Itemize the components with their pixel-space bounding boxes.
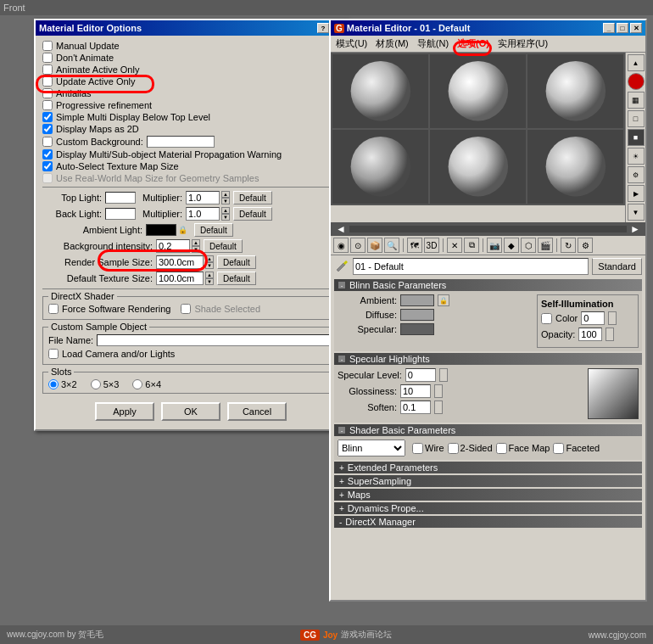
manual-update-checkbox[interactable] <box>42 41 53 51</box>
tool-get-material[interactable]: ◉ <box>333 238 349 253</box>
display-multi-checkbox[interactable] <box>42 149 53 160</box>
slots-3x2-radio[interactable] <box>48 379 59 389</box>
menu-utils[interactable]: 实用程序(U) <box>494 36 551 51</box>
menu-mode[interactable]: 模式(U) <box>332 36 371 51</box>
apply-btn[interactable]: Apply <box>95 402 154 421</box>
tool-options[interactable]: ⚙ <box>578 238 593 253</box>
dialog-options-help-btn[interactable]: ? <box>317 23 329 33</box>
tool-put-to-lib[interactable]: 📦 <box>367 238 382 253</box>
antialias-checkbox[interactable] <box>42 88 53 98</box>
mat-sphere-6[interactable] <box>527 130 623 204</box>
supersampling-header[interactable]: + SuperSampling <box>334 475 642 487</box>
top-light-default-btn[interactable]: Default <box>233 191 272 204</box>
specular-swatch[interactable] <box>400 323 434 335</box>
mat-dropper-icon[interactable] <box>334 259 349 274</box>
render-sample-spin-up[interactable]: ▲ <box>205 255 214 262</box>
render-sample-default-btn[interactable]: Default <box>217 255 256 269</box>
slots-5x3-radio[interactable] <box>91 379 101 389</box>
custom-bg-checkbox[interactable] <box>42 137 53 147</box>
tool-pick-material[interactable]: 🔍 <box>384 238 399 253</box>
si-color-input[interactable] <box>581 311 605 325</box>
menu-options[interactable]: 选项(O) <box>454 36 493 51</box>
face-map-checkbox[interactable] <box>496 443 507 454</box>
force-software-checkbox[interactable] <box>48 304 59 314</box>
default-texture-spin-down[interactable]: ▼ <box>205 278 214 285</box>
tool-show-3d[interactable]: 3D <box>424 238 439 253</box>
back-light-multiplier-input[interactable] <box>186 207 220 221</box>
mat-editor-minimize-btn[interactable]: _ <box>603 23 615 33</box>
render-sample-input[interactable] <box>156 255 204 269</box>
mat-editor-maximize-btn[interactable]: □ <box>617 23 628 33</box>
tool-instance[interactable]: ⬡ <box>521 238 536 253</box>
shader-collapse-btn[interactable]: - <box>338 426 346 434</box>
bg-intensity-spin-down[interactable]: ▼ <box>192 246 200 253</box>
file-name-input[interactable] <box>97 334 333 346</box>
mat-sphere-2[interactable] <box>430 54 526 128</box>
update-active-checkbox[interactable] <box>42 76 53 87</box>
mat-sphere-4[interactable] <box>332 130 428 204</box>
menu-material[interactable]: 材质(M) <box>372 36 412 51</box>
tool-show-map[interactable]: 🗺 <box>407 238 422 253</box>
mat-name-input[interactable] <box>353 258 589 275</box>
mat-nav-left[interactable]: ◄ <box>332 223 349 235</box>
specular-collapse-btn[interactable]: - <box>338 355 346 363</box>
back-light-color[interactable] <box>105 208 136 220</box>
progressive-checkbox[interactable] <box>42 100 53 110</box>
back-light-spin-up[interactable]: ▲ <box>221 207 230 214</box>
preview-scroll-down[interactable]: ▼ <box>628 204 645 221</box>
mat-sphere-3[interactable] <box>527 54 623 128</box>
tool-auto-reflect[interactable]: ↻ <box>561 238 576 253</box>
two-sided-checkbox[interactable] <box>448 443 459 454</box>
top-light-multiplier-input[interactable] <box>186 191 220 204</box>
default-texture-spin-up[interactable]: ▲ <box>205 272 214 278</box>
mat-editor-close-btn[interactable]: ✕ <box>630 23 642 33</box>
ok-btn[interactable]: OK <box>161 402 220 421</box>
shade-selected-checkbox[interactable] <box>181 304 191 314</box>
slots-6x4-radio[interactable] <box>132 379 142 389</box>
bg-intensity-default-btn[interactable]: Default <box>204 239 243 253</box>
top-light-color[interactable] <box>105 192 136 204</box>
shader-params-header[interactable]: - Shader Basic Parameters <box>334 424 642 436</box>
bg-intensity-spin-up[interactable]: ▲ <box>192 239 200 246</box>
extended-params-header[interactable]: + Extended Parameters <box>334 462 642 473</box>
top-light-spin-up[interactable]: ▲ <box>221 191 230 198</box>
mat-nav-right[interactable]: ► <box>627 223 644 235</box>
custom-bg-input[interactable] <box>147 136 215 148</box>
mat-sphere-1[interactable] <box>332 54 428 128</box>
tool-video-color[interactable]: 📷 <box>487 238 502 253</box>
faceted-checkbox[interactable] <box>553 443 564 454</box>
auto-select-checkbox[interactable] <box>42 161 53 171</box>
default-texture-input[interactable] <box>156 272 204 285</box>
use-real-checkbox[interactable] <box>42 173 53 183</box>
opacity-input[interactable] <box>578 328 602 341</box>
tool-put-to-scene[interactable]: ⊙ <box>350 238 366 253</box>
animate-active-checkbox[interactable] <box>42 64 53 75</box>
display-maps-checkbox[interactable] <box>42 124 53 134</box>
glossiness-input[interactable] <box>400 384 431 398</box>
cancel-btn[interactable]: Cancel <box>227 402 287 421</box>
default-texture-default-btn[interactable]: Default <box>217 272 256 285</box>
back-light-spin-down[interactable]: ▼ <box>221 214 230 221</box>
maps-header[interactable]: + Maps <box>334 489 642 501</box>
blinn-collapse-btn[interactable]: - <box>338 281 346 289</box>
ambient-light-default-btn[interactable]: Default <box>194 223 233 237</box>
top-light-spin-down[interactable]: ▼ <box>221 198 230 204</box>
load-camera-checkbox[interactable] <box>48 349 59 359</box>
mat-nav-scrollbar[interactable] <box>349 226 627 232</box>
specular-params-header[interactable]: - Specular Highlights <box>334 353 642 365</box>
directx-mgr-header[interactable]: - DirectX Manager <box>334 516 642 528</box>
preview-scroll-up[interactable]: ▲ <box>628 54 645 71</box>
tool-delete[interactable]: ✕ <box>447 238 462 253</box>
ambient-lock-btn[interactable]: 🔒 <box>438 294 449 306</box>
dynamics-header[interactable]: + Dynamics Prope... <box>334 502 642 514</box>
bg-intensity-input[interactable] <box>156 239 190 253</box>
shader-select[interactable]: Blinn <box>338 440 405 456</box>
tool-material-effects[interactable]: 🎬 <box>538 238 553 253</box>
dont-animate-checkbox[interactable] <box>42 53 53 63</box>
si-color-checkbox[interactable] <box>541 313 552 324</box>
ambient-swatch[interactable] <box>400 294 434 306</box>
wire-checkbox[interactable] <box>412 443 423 454</box>
back-light-default-btn[interactable]: Default <box>233 207 272 221</box>
spec-level-input[interactable] <box>405 368 436 382</box>
tool-make-unique[interactable]: ◆ <box>504 238 519 253</box>
